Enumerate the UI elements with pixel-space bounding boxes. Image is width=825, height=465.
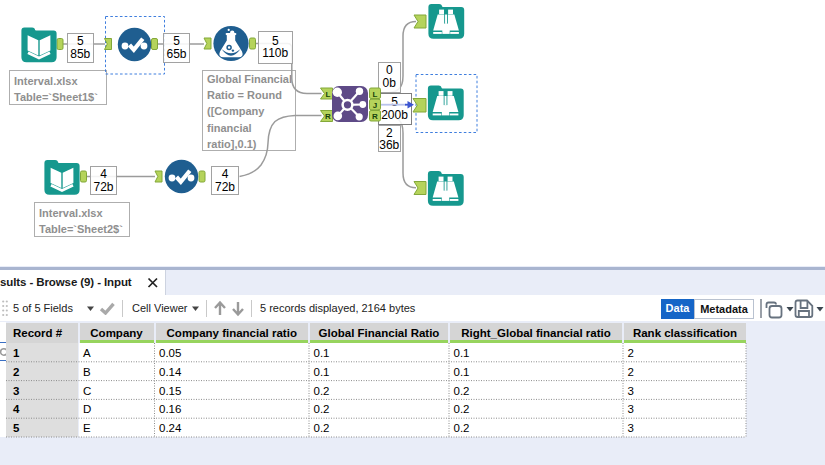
svg-text:R: R: [325, 112, 331, 121]
svg-text:L: L: [373, 90, 378, 99]
svg-text:L: L: [326, 90, 331, 99]
svg-text:J: J: [373, 101, 377, 110]
svg-text:R: R: [372, 112, 378, 121]
